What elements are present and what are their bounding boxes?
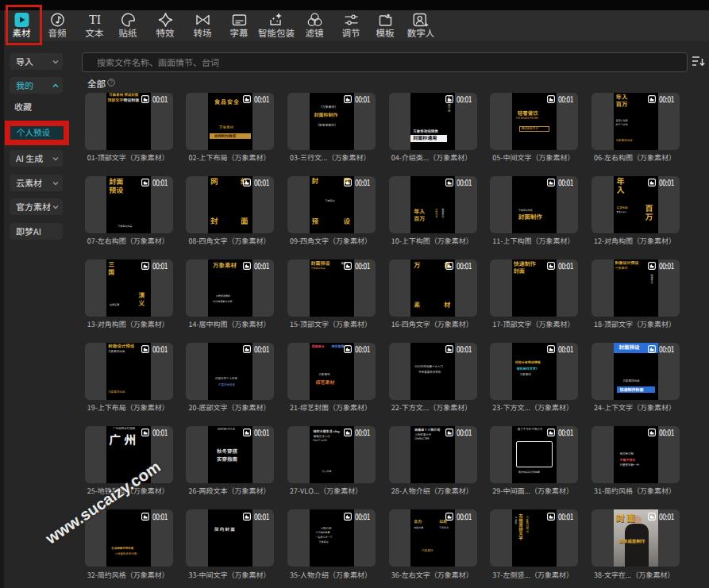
svg-text:?: ? xyxy=(110,79,113,85)
svg-text:TI: TI xyxy=(88,13,100,26)
